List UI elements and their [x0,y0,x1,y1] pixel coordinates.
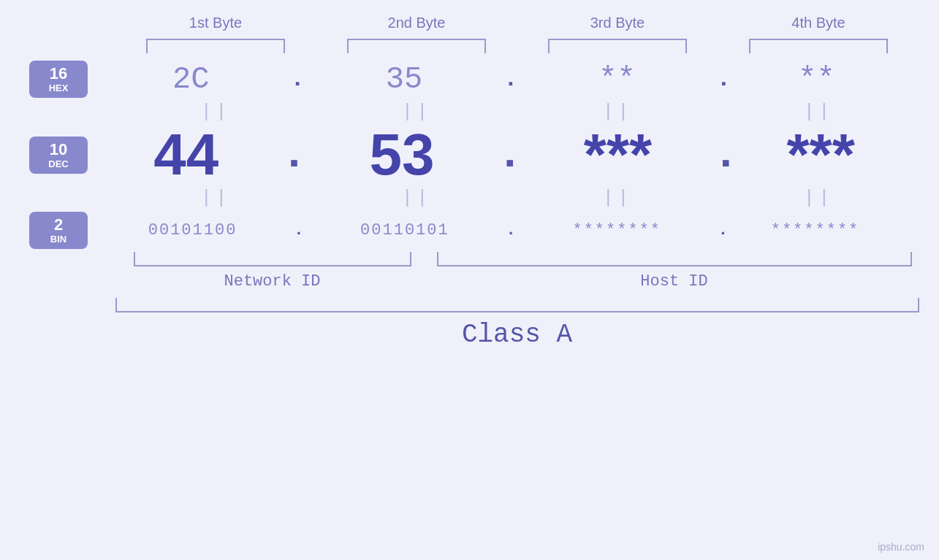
hex-values: 2C . 35 . ** . ** [95,62,899,97]
hex-b1-cell: 2C [95,62,286,97]
hex-b1: 2C [172,62,209,97]
bracket-top-3 [548,39,687,53]
watermark: ipshu.com [878,541,924,553]
bottom-brackets-area: Network ID Host ID [115,252,919,291]
class-row: Class A [115,298,919,350]
dec-b3: *** [584,126,652,184]
pipe-7: || [530,187,705,209]
dec-row: 10 DEC 44 . 53 . *** . *** [0,126,939,184]
bracket-top-4 [749,39,888,53]
full-bottom-bracket [115,298,919,312]
dec-b3-cell: *** [527,126,709,184]
bin-b1: 00101100 [148,221,237,239]
dec-dot2: . [497,130,523,180]
hex-b3: ** [598,62,635,97]
byte1-header: 1st Byte [128,15,303,31]
dec-values: 44 . 53 . *** . *** [95,126,899,184]
bin-b4-cell: ******** [731,221,899,239]
byte2-header: 2nd Byte [329,15,504,31]
byte4-header: 4th Byte [731,15,906,31]
hex-b2: 35 [386,62,422,97]
host-bracket-area: Host ID [430,252,919,291]
bin-label: BIN [32,234,85,245]
bin-b2-cell: 00110101 [307,221,502,239]
hex-number: 16 [32,65,85,83]
hex-dot2: . [503,66,517,93]
host-bracket [437,252,912,266]
bin-badge-spacer: 2 BIN [0,212,95,249]
hex-badge-spacer: 16 HEX [0,61,95,98]
bracket-top-1 [146,39,285,53]
pipe-2: || [329,101,504,123]
byte3-header: 3rd Byte [530,15,705,31]
hex-row: 16 HEX 2C . 35 . ** . ** [0,61,939,98]
bin-b3: ******** [572,221,661,239]
dec-label: DEC [32,158,85,169]
dec-b2-cell: 53 [311,126,493,184]
hex-b3-cell: ** [521,62,712,97]
bin-badge: 2 BIN [29,212,88,249]
hex-dot1: . [290,66,304,93]
network-bracket [134,252,411,266]
hex-b4: ** [798,62,835,97]
hex-b4-cell: ** [734,62,899,97]
hex-b2-cell: 35 [308,62,500,97]
bin-number: 2 [32,216,85,234]
pipe-1: || [128,101,303,123]
bin-b4: ******** [771,221,860,239]
dec-badge-spacer: 10 DEC [0,137,95,174]
dec-dot1: . [281,130,307,180]
hex-label: HEX [32,83,85,93]
bin-b3-cell: ******** [520,221,715,239]
bin-dot1: . [294,221,303,239]
pipes-dec: || || || || [115,184,919,212]
pipe-3: || [530,101,705,123]
byte-headers: 1st Byte 2nd Byte 3rd Byte 4th Byte [115,15,919,31]
bin-b1-cell: 00101100 [95,221,290,239]
bin-dot2: . [506,221,515,239]
pipe-4: || [731,101,906,123]
dec-dot3: . [712,130,739,180]
network-id-label: Network ID [224,272,320,291]
bin-row: 2 BIN 00101100 . 00110101 . ******** . *… [0,212,939,249]
dec-b1: 44 [153,126,218,184]
hex-badge: 16 HEX [29,61,88,98]
bin-b2: 00110101 [360,221,449,239]
pipe-8: || [731,187,906,209]
pipe-5: || [128,187,303,209]
dec-b4-cell: *** [742,126,899,184]
class-label: Class A [462,320,572,350]
hex-dot3: . [717,66,731,93]
bin-dot3: . [718,221,728,239]
dec-badge: 10 DEC [29,137,88,174]
top-brackets-row [115,39,919,53]
host-id-label: Host ID [640,272,707,291]
main-container: 1st Byte 2nd Byte 3rd Byte 4th Byte 16 H… [0,0,939,560]
dec-b2: 53 [370,126,435,184]
network-bracket-area: Network ID [115,252,430,291]
dec-number: 10 [32,141,85,158]
bin-values: 00101100 . 00110101 . ******** . *******… [95,221,899,239]
pipe-6: || [329,187,504,209]
bracket-top-2 [347,39,486,53]
dec-b1-cell: 44 [95,126,277,184]
dec-b4: *** [786,126,854,184]
